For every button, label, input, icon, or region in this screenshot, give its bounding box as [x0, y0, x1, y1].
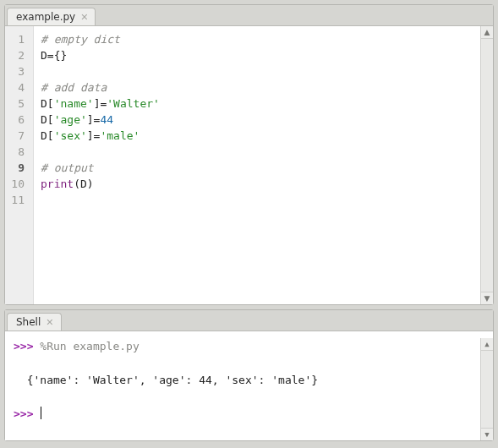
close-icon[interactable]: ✕	[46, 318, 53, 327]
code-string: 'age'	[54, 113, 87, 126]
shell-panel: Shell ✕ >>> %Run example.py {'name': 'Wa…	[4, 309, 494, 441]
line-number: 10	[5, 176, 28, 192]
code-string: 'Walter'	[107, 97, 160, 110]
code-string: 'sex'	[54, 129, 87, 142]
code-comment: # add data	[41, 81, 107, 94]
shell-run-cmd: %Run example.py	[40, 340, 139, 352]
shell-tab-bar: Shell ✕	[5, 310, 493, 331]
scroll-down-icon[interactable]: ▼	[481, 292, 493, 304]
shell-prompt: >>>	[14, 407, 33, 420]
code-string: 'name'	[54, 97, 94, 110]
close-icon[interactable]: ✕	[80, 13, 88, 22]
line-number: 3	[5, 63, 28, 79]
code-number: 44	[100, 113, 113, 126]
shell-tab[interactable]: Shell ✕	[7, 313, 62, 331]
shell-tab-label: Shell	[16, 316, 41, 328]
code-text: D	[41, 129, 47, 142]
editor-tab-bar: example.py ✕	[5, 5, 493, 25]
line-number-gutter: 1 2 3 4 5 6 7 8 9 10 11	[5, 26, 34, 304]
line-number: 11	[5, 192, 28, 208]
editor-scrollbar[interactable]: ▲ ▼	[480, 26, 493, 304]
text-cursor	[41, 407, 41, 419]
line-number: 5	[5, 96, 28, 112]
code-string: 'male'	[100, 129, 140, 142]
shell-text: >>> %Run example.py {'name': 'Walter', '…	[14, 338, 480, 440]
scroll-up-icon[interactable]: ▲	[481, 26, 493, 39]
code-function: print	[41, 178, 74, 190]
editor-tab-label: example.py	[16, 11, 75, 23]
code-comment: # empty dict	[41, 33, 120, 46]
editor-panel: example.py ✕ 1 2 3 4 5 6 7 8 9 10 11 # e…	[4, 4, 494, 305]
code-text: D	[80, 178, 87, 190]
code-text: D	[41, 113, 47, 126]
code-comment: # output	[41, 161, 94, 174]
shell-body[interactable]: >>> %Run example.py {'name': 'Walter', '…	[5, 331, 493, 440]
editor-tab[interactable]: example.py ✕	[7, 8, 96, 25]
line-number: 2	[5, 47, 28, 63]
line-number: 1	[5, 31, 28, 47]
scroll-up-icon[interactable]: ▲	[481, 338, 493, 351]
editor-body: 1 2 3 4 5 6 7 8 9 10 11 # empty dict D={…	[5, 25, 493, 304]
shell-output: {'name': 'Walter', 'age': 44, 'sex': 'ma…	[27, 374, 318, 386]
shell-prompt: >>>	[14, 340, 33, 352]
shell-scrollbar[interactable]: ▲ ▼	[480, 338, 493, 440]
code-area[interactable]: # empty dict D={} # add data D['name']='…	[34, 26, 480, 304]
line-number: 6	[5, 112, 28, 128]
line-number: 8	[5, 144, 28, 160]
code-text: D	[41, 97, 47, 110]
code-text: ={}	[47, 49, 67, 62]
scroll-down-icon[interactable]: ▼	[481, 428, 493, 440]
line-number: 4	[5, 79, 28, 96]
line-number: 9	[5, 160, 28, 176]
line-number: 7	[5, 128, 28, 144]
code-text: D	[41, 49, 47, 62]
